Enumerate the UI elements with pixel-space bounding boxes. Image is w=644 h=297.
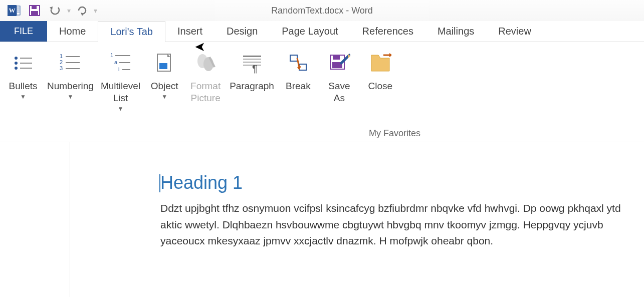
svg-point-11	[15, 62, 18, 65]
tab-file[interactable]: FILE	[0, 21, 47, 42]
tab-review[interactable]: Review	[486, 21, 543, 42]
svg-rect-7	[32, 6, 37, 9]
paragraph-label: Paragraph	[230, 80, 274, 92]
chevron-down-icon: ▼	[118, 105, 124, 113]
break-button[interactable]: Break	[278, 47, 318, 94]
page[interactable]: Heading 1 Ddzt upjbght tfhz osnymuon vci…	[70, 142, 644, 297]
chevron-down-icon: ▼	[161, 93, 167, 101]
chevron-down-icon: ▼	[20, 93, 26, 101]
close-button[interactable]: Close	[360, 47, 400, 94]
redo-button[interactable]	[77, 6, 88, 16]
save-as-label: Save As	[328, 80, 350, 104]
break-icon	[287, 49, 309, 77]
tab-design[interactable]: Design	[214, 21, 270, 42]
object-label: Object	[151, 80, 178, 92]
document-area: Heading 1 Ddzt upjbght tfhz osnymuon vci…	[0, 142, 644, 297]
svg-rect-28	[159, 63, 167, 69]
undo-button[interactable]	[48, 6, 61, 16]
word-app-icon: W	[7, 4, 21, 18]
bullets-button[interactable]: Bullets ▼	[3, 47, 43, 103]
svg-point-13	[15, 67, 18, 70]
body-paragraph[interactable]: Ddzt upjbght tfhz osnymuon vcifpsl ksinc…	[160, 200, 644, 249]
svg-rect-2	[17, 6, 20, 15]
svg-text:W: W	[9, 7, 16, 14]
paragraph-button[interactable]: ¶ Paragraph	[227, 47, 277, 94]
svg-point-9	[15, 57, 18, 60]
numbering-button[interactable]: 123 Numbering ▼	[44, 47, 97, 103]
multilevel-list-label: Multilevel List	[101, 80, 140, 104]
ribbon-tabs: FILE Home Lori's Tab Insert Design Page …	[0, 21, 644, 42]
close-icon	[369, 49, 391, 77]
svg-rect-8	[31, 11, 38, 15]
tab-page-layout[interactable]: Page Layout	[270, 21, 350, 42]
format-picture-button: Format Picture	[185, 47, 226, 106]
qat-dropdown-icon[interactable]: ▾	[67, 7, 71, 15]
numbering-label: Numbering	[47, 80, 94, 92]
svg-text:¶: ¶	[252, 63, 258, 74]
bullets-label: Bullets	[9, 80, 37, 92]
bullets-icon	[13, 49, 33, 77]
close-label: Close	[368, 80, 393, 92]
save-as-button[interactable]: Save As	[319, 47, 359, 106]
chevron-down-icon: ▼	[68, 93, 74, 101]
qat-customize-icon[interactable]: ▾	[94, 7, 97, 15]
ribbon: Bullets ▼ 123 Numbering ▼ 1ai Multilevel…	[0, 42, 644, 142]
svg-rect-36	[290, 55, 297, 61]
svg-text:1: 1	[110, 52, 113, 58]
svg-text:i: i	[118, 66, 119, 72]
svg-text:2: 2	[60, 59, 63, 65]
ribbon-group-label: My Favorites	[145, 125, 644, 142]
svg-text:a: a	[114, 59, 118, 65]
tab-mailings[interactable]: Mailings	[425, 21, 486, 42]
tab-insert[interactable]: Insert	[165, 21, 214, 42]
multilevel-list-icon: 1ai	[109, 49, 132, 77]
multilevel-list-button[interactable]: 1ai Multilevel List ▼	[98, 47, 143, 115]
format-picture-label: Format Picture	[190, 80, 221, 104]
break-label: Break	[286, 80, 311, 92]
tab-references[interactable]: References	[350, 21, 425, 42]
title-bar: W ▾ ▾ RandomText.docx - Word	[0, 0, 644, 21]
save-as-icon	[328, 49, 350, 77]
paragraph-icon: ¶	[241, 49, 263, 77]
format-picture-icon	[194, 49, 217, 77]
save-button[interactable]	[29, 5, 40, 16]
heading-1[interactable]: Heading 1	[160, 172, 644, 193]
tab-home[interactable]: Home	[47, 21, 98, 42]
ribbon-group-my-favorites: Bullets ▼ 123 Numbering ▼ 1ai Multilevel…	[0, 42, 644, 125]
object-icon	[154, 49, 174, 77]
object-button[interactable]: Object ▼	[144, 47, 184, 103]
tab-custom[interactable]: Lori's Tab	[98, 21, 165, 42]
svg-text:3: 3	[60, 65, 63, 71]
svg-text:1: 1	[60, 53, 63, 59]
svg-rect-39	[333, 55, 340, 60]
numbering-icon: 123	[59, 49, 82, 77]
left-margin	[0, 142, 70, 297]
